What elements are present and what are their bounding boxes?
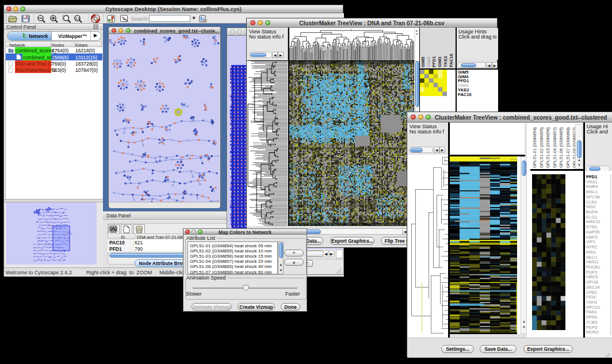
svg-text:1:1: 1:1 bbox=[75, 17, 79, 20]
